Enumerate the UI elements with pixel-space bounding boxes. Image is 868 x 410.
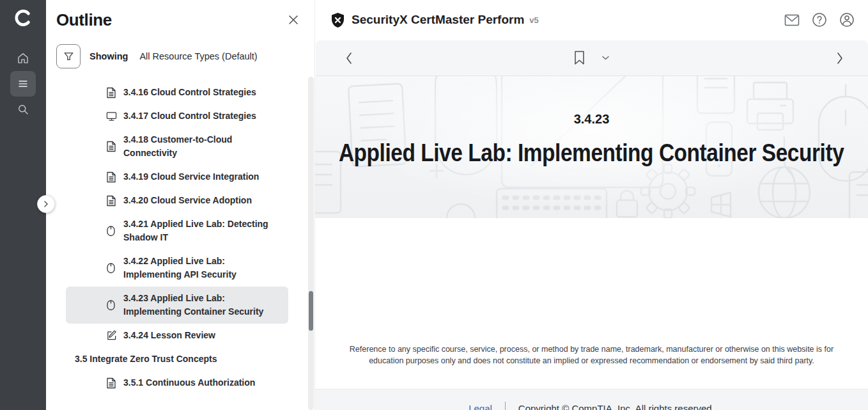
copyright-text: Copyright © CompTIA, Inc. All rights res… (518, 403, 715, 410)
lesson-banner: 3.4.23 Applied Live Lab: Implementing Co… (315, 76, 868, 218)
outline-list: 3.4.16 Cloud Control Strategies 3.4.17 C… (46, 81, 314, 395)
outline-scrollbar[interactable] (308, 77, 314, 410)
mouse-icon (106, 262, 117, 274)
page-footer: Legal Copyright © CompTIA, Inc. All righ… (315, 389, 868, 410)
help-icon (812, 12, 827, 28)
outline-item[interactable]: 3.4.21 Applied Live Lab: Detecting Shado… (66, 212, 288, 249)
previous-lesson-button[interactable] (344, 51, 354, 65)
messages-button[interactable] (784, 12, 800, 28)
outline-menu-button[interactable] (10, 71, 36, 97)
pencil-icon (106, 330, 117, 341)
filter-button[interactable] (56, 44, 81, 68)
outline-item-label: 3.4.23 Applied Live Lab: Implementing Co… (123, 292, 283, 319)
mouse-icon (106, 299, 117, 311)
product-title: SecurityX CertMaster Perform (352, 13, 524, 27)
document-icon (106, 377, 117, 389)
footer-divider (505, 402, 506, 410)
close-icon (288, 14, 299, 26)
mouse-icon (106, 225, 117, 237)
search-button[interactable] (10, 97, 36, 122)
outline-panel-title: Outline (56, 10, 112, 30)
main-content-area: SecurityX CertMaster Perform v5 (314, 0, 868, 410)
outline-item-label: 3.5.1 Continuous Authorization (123, 376, 283, 390)
legal-link[interactable]: Legal (469, 403, 492, 410)
outline-item[interactable]: 3.5.1 Continuous Authorization (66, 371, 288, 395)
panel-expand-toggle[interactable] (37, 195, 55, 213)
filter-showing-label: Showing (89, 51, 128, 61)
comptia-logo (12, 6, 35, 29)
outline-panel: Outline Showing All Resource Types (Defa… (46, 0, 314, 410)
filter-current-value: All Resource Types (Default) (139, 51, 257, 61)
filter-funnel-icon (63, 51, 75, 63)
document-icon (106, 171, 117, 183)
shield-x-icon (330, 12, 345, 28)
outline-item-label: 3.4.20 Cloud Service Adoption (123, 194, 283, 207)
chevron-down-icon (601, 55, 610, 61)
outline-item-label: 3.4.22 Applied Live Lab: Implementing AP… (123, 255, 283, 281)
resource-filter-row: Showing All Resource Types (Default) (56, 44, 314, 68)
lesson-number: 3.4.23 (574, 112, 610, 127)
outline-item[interactable]: 3.4.16 Cloud Control Strategies (66, 81, 288, 104)
menu-icon (17, 77, 29, 90)
bookmark-button[interactable] (574, 51, 585, 65)
account-button[interactable] (839, 12, 855, 28)
outline-section-label: 3.5 Integrate Zero Trust Concepts (75, 352, 279, 366)
outline-item[interactable]: 3.4.20 Cloud Service Adoption (66, 189, 288, 212)
app-header: SecurityX CertMaster Perform v5 (315, 0, 868, 40)
chevron-right-icon (835, 51, 845, 65)
monitor-icon (106, 111, 117, 122)
outline-item-label: 3.4.24 Lesson Review (123, 329, 283, 342)
home-button[interactable] (10, 45, 36, 71)
document-icon (106, 87, 117, 99)
chevron-left-icon (344, 51, 354, 65)
bookmark-menu-button[interactable] (601, 55, 610, 61)
outline-item-selected[interactable]: 3.4.23 Applied Live Lab: Implementing Co… (66, 287, 288, 324)
search-icon (17, 103, 29, 116)
document-icon (106, 141, 117, 152)
bookmark-icon (574, 51, 585, 65)
product-version: v5 (529, 15, 538, 25)
help-button[interactable] (811, 12, 828, 28)
home-icon (17, 52, 29, 65)
disclaimer-text: Reference to any specific course, servic… (339, 343, 845, 367)
account-icon (839, 12, 855, 28)
lesson-title: Applied Live Lab: Implementing Container… (339, 139, 844, 167)
document-icon (106, 195, 117, 207)
outline-item[interactable]: 3.4.19 Cloud Service Integration (66, 165, 288, 189)
outline-item-label: 3.4.18 Customer-to-Cloud Connectivity (123, 133, 283, 160)
outline-item[interactable]: 3.4.18 Customer-to-Cloud Connectivity (66, 128, 288, 165)
outline-item[interactable]: 3.4.22 Applied Live Lab: Implementing AP… (66, 249, 288, 287)
lesson-navbar (316, 40, 868, 76)
outline-item[interactable]: 3.4.24 Lesson Review (66, 324, 288, 347)
mail-icon (784, 14, 800, 26)
outline-scrollbar-thumb[interactable] (309, 291, 313, 331)
chevron-right-icon (42, 200, 50, 208)
outline-item[interactable]: 3.4.17 Cloud Control Strategies (66, 104, 288, 128)
close-outline-button[interactable] (288, 14, 299, 26)
outline-section-header[interactable]: 3.5 Integrate Zero Trust Concepts (66, 347, 288, 371)
outline-item-label: 3.4.19 Cloud Service Integration (123, 170, 283, 184)
next-lesson-button[interactable] (835, 51, 845, 65)
outline-item-label: 3.4.16 Cloud Control Strategies (123, 86, 283, 99)
outline-item-label: 3.4.21 Applied Live Lab: Detecting Shado… (123, 217, 283, 244)
outline-item-label: 3.4.17 Cloud Control Strategies (123, 109, 283, 123)
